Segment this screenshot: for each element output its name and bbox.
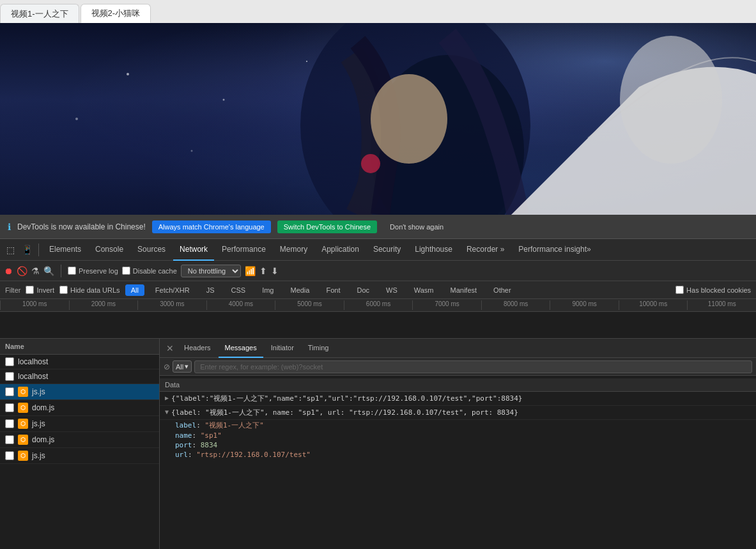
filter-manifest[interactable]: Manifest [445,284,483,296]
disable-cache-checkbox[interactable] [122,267,130,275]
file-list-panel: Name localhost localhost ⬡ js.js ⬡ dom.j… [0,339,160,549]
svg-point-5 [620,36,722,164]
preserve-log-checkbox[interactable] [68,267,76,275]
file-name-js2: js.js [32,419,45,428]
filter-img[interactable]: Img [256,284,279,296]
tab-security[interactable]: Security [367,239,407,261]
video-svg [0,23,756,215]
filter-fetch-xhr[interactable]: Fetch/XHR [150,284,196,296]
tab-sources[interactable]: Sources [131,239,172,261]
filter-css[interactable]: CSS [226,284,252,296]
all-filter-select[interactable]: All ▾ [173,360,192,373]
always-match-btn[interactable]: Always match Chrome's language [152,220,271,233]
tick-5000: 5000 ms [275,300,344,310]
search-icon[interactable]: 🔍 [43,266,54,276]
throttle-select[interactable]: No throttling [181,265,241,277]
file-item-js3[interactable]: ⬡ js.js [0,448,159,464]
filter-font[interactable]: Font [320,284,346,296]
tick-8000: 8000 ms [481,300,550,310]
ws-icon-5: ⬡ [18,451,28,461]
filter-wasm[interactable]: Wasm [408,284,440,296]
data-expanded-content: label: "视频1-一人之下" name: "sp1" port: 8834… [160,420,756,462]
device-icon[interactable]: 📱 [19,242,35,258]
msg-tab-timing[interactable]: Timing [302,339,336,358]
svg-point-10 [75,118,78,120]
filter-js[interactable]: JS [201,284,220,296]
data-row-collapsed[interactable]: ▶ {"label":"视频1-一人之下","name":"sp1","url"… [160,392,756,406]
tab-elements[interactable]: Elements [43,239,88,261]
record-icon[interactable]: ⏺ [4,266,13,276]
tab-perf-insights[interactable]: Performance insight» [512,239,597,261]
data-line-label: label: "视频1-一人之下" [175,420,751,431]
file-checkbox-js2[interactable] [5,419,14,428]
data-raw-2: {label: "视频1-一人之下", name: "sp1", url: "r… [171,408,518,417]
browser-tabs: 视频1-一人之下 视频2-小猫咪 [0,0,756,23]
filter-doc[interactable]: Doc [351,284,375,296]
messages-panel: ✕ Headers Messages Initiator Timing ⊘ Al… [160,339,756,549]
ws-icon-1: ⬡ [18,387,28,397]
filter-other[interactable]: Other [488,284,517,296]
file-name-js3: js.js [32,451,45,460]
filter-all[interactable]: All [125,284,144,296]
msg-tab-headers[interactable]: Headers [178,339,217,358]
preserve-log-label[interactable]: Preserve log [68,267,118,275]
close-panel-btn[interactable]: ✕ [164,342,176,355]
download-icon[interactable]: ⬇ [271,266,279,276]
msg-tab-initiator[interactable]: Initiator [265,339,300,358]
file-item-dom2[interactable]: ⬡ dom.js [0,432,159,448]
file-checkbox-localhost1[interactable] [5,357,14,366]
clear-icon[interactable]: 🚫 [17,266,27,276]
hide-data-urls-label[interactable]: Hide data URLs [59,286,120,294]
file-checkbox-js3[interactable] [5,451,14,460]
filter-icon[interactable]: ⚗ [31,266,40,276]
file-item-js2[interactable]: ⬡ js.js [0,416,159,432]
file-item-localhost2[interactable]: localhost [0,369,159,384]
file-name-localhost2: localhost [18,372,48,381]
file-checkbox-localhost2[interactable] [5,372,14,381]
filter-media[interactable]: Media [284,284,315,296]
expand-arrow-2[interactable]: ▼ [165,408,169,415]
msg-tab-messages[interactable]: Messages [219,339,263,358]
disable-cache-label[interactable]: Disable cache [122,267,177,275]
upload-icon[interactable]: ⬆ [259,266,267,276]
dont-show-btn[interactable]: Don't show again [383,220,450,233]
expand-arrow-1[interactable]: ▶ [165,394,169,401]
tick-6000: 6000 ms [344,300,413,310]
filter-ws[interactable]: WS [380,284,403,296]
switch-chinese-btn[interactable]: Switch DevTools to Chinese [277,220,377,233]
file-checkbox-dom2[interactable] [5,435,14,444]
timeline-content [0,312,756,339]
tab-memory[interactable]: Memory [274,239,314,261]
hide-data-urls-checkbox[interactable] [59,286,68,294]
data-line-url: url: "rtsp://192.168.0.107/test" [175,450,751,460]
invert-checkbox[interactable] [26,286,34,294]
file-name-js1: js.js [32,387,45,396]
file-name-dom1: dom.js [32,403,54,412]
svg-point-4 [371,74,447,164]
blocked-cookies-checkbox[interactable] [675,286,684,294]
tick-2000: 2000 ms [69,300,138,310]
blocked-cookies-label[interactable]: Has blocked cookies [675,286,751,294]
data-line-port: port: 8834 [175,440,751,450]
wifi-icon[interactable]: 📶 [245,266,256,276]
timeline-ruler: 1000 ms 2000 ms 3000 ms 4000 ms 5000 ms … [0,299,756,312]
browser-tab-1[interactable]: 视频1-一人之下 [0,4,79,23]
data-row-expanded-header[interactable]: ▼ {label: "视频1-一人之下", name: "sp1", url: … [160,406,756,420]
file-checkbox-dom1[interactable] [5,403,14,412]
file-checkbox-js1[interactable] [5,387,14,396]
notification-text: DevTools is now available in Chinese! [17,222,146,231]
file-item-js1[interactable]: ⬡ js.js [0,384,159,400]
tab-lighthouse[interactable]: Lighthouse [408,239,459,261]
tab-network[interactable]: Network [173,239,214,261]
tab-application[interactable]: Application [315,239,366,261]
tab-console[interactable]: Console [89,239,130,261]
file-item-localhost1[interactable]: localhost [0,355,159,369]
info-icon: ℹ [8,222,11,232]
tab-recorder[interactable]: Recorder » [460,239,511,261]
regex-filter-input[interactable] [194,360,752,373]
inspect-icon[interactable]: ⬚ [3,242,18,258]
browser-tab-2[interactable]: 视频2-小猫咪 [81,4,151,23]
tab-performance[interactable]: Performance [215,239,272,261]
file-item-dom1[interactable]: ⬡ dom.js [0,400,159,416]
invert-label[interactable]: Invert [26,286,54,294]
